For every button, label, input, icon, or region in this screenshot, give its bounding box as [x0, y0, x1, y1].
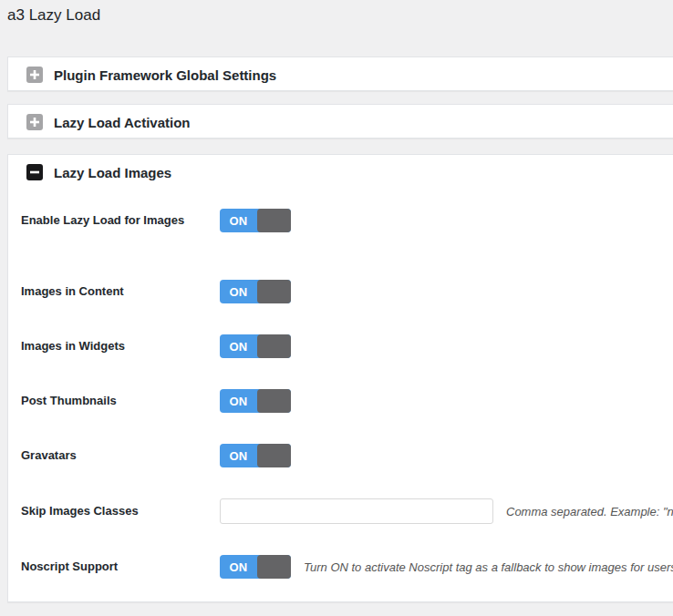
gravatars-toggle[interactable]: ON [220, 444, 291, 467]
panel-title: Plugin Framework Global Settings [54, 68, 276, 82]
skip-images-classes-input[interactable] [220, 498, 493, 524]
toggle-on-label: ON [220, 560, 257, 574]
images-in-content-toggle[interactable]: ON [220, 280, 291, 303]
panel-header-plugin-framework[interactable]: Plugin Framework Global Settings [8, 57, 673, 92]
panel-plugin-framework-global-settings: Plugin Framework Global Settings [7, 56, 673, 91]
lazy-load-images-settings: Enable Lazy Load for Images ON Images in… [8, 190, 673, 601]
setting-row-post-thumbnails: Post Thumbnails ON [21, 389, 673, 413]
images-in-widgets-toggle[interactable]: ON [220, 334, 291, 358]
setting-label: Noscript Support [21, 560, 220, 575]
toggle-knob[interactable] [257, 389, 291, 413]
panel-header-lazy-load-images[interactable]: Lazy Load Images [8, 155, 673, 190]
toggle-knob[interactable] [257, 444, 291, 467]
setting-label: Skip Images Classes [21, 504, 220, 519]
toggle-on-label: ON [220, 285, 257, 299]
toggle-knob[interactable] [257, 209, 291, 232]
settings-page: a3 Lazy Load Plugin Framework Global Set… [0, 0, 673, 602]
expand-plus-icon[interactable] [26, 114, 43, 130]
toggle-knob[interactable] [257, 334, 291, 358]
collapse-minus-icon[interactable] [26, 164, 43, 180]
setting-label: Gravatars [21, 448, 220, 464]
panel-title: Lazy Load Images [54, 166, 171, 180]
setting-label: Enable Lazy Load for Images [21, 213, 220, 229]
setting-label: Images in Widgets [21, 339, 220, 354]
toggle-on-label: ON [220, 449, 257, 463]
panel-lazy-load-images: Lazy Load Images Enable Lazy Load for Im… [7, 154, 673, 602]
setting-label: Post Thumbnails [21, 394, 220, 409]
setting-row-skip-images-classes: Skip Images Classes Comma separated. Exa… [21, 498, 673, 524]
setting-hint: Comma separated. Example: "no- [506, 505, 673, 518]
setting-row-images-in-widgets: Images in Widgets ON [21, 334, 673, 358]
expand-plus-icon[interactable] [26, 67, 43, 83]
toggle-on-label: ON [220, 395, 257, 408]
noscript-support-toggle[interactable]: ON [220, 555, 291, 579]
panel-title: Lazy Load Activation [54, 116, 190, 129]
setting-row-images-in-content: Images in Content ON [21, 280, 673, 303]
panel-lazy-load-activation: Lazy Load Activation [7, 104, 673, 139]
setting-row-enable-lazy-load: Enable Lazy Load for Images ON [21, 209, 673, 232]
toggle-on-label: ON [220, 214, 257, 228]
panel-header-lazy-load-activation[interactable]: Lazy Load Activation [8, 105, 673, 139]
post-thumbnails-toggle[interactable]: ON [220, 389, 291, 413]
setting-row-gravatars: Gravatars ON [21, 444, 673, 467]
page-title: a3 Lazy Load [7, 7, 673, 24]
enable-lazy-load-toggle[interactable]: ON [220, 209, 291, 232]
toggle-knob[interactable] [257, 555, 291, 579]
toggle-knob[interactable] [257, 280, 291, 303]
setting-label: Images in Content [21, 284, 220, 300]
setting-hint: Turn ON to activate Noscript tag as a fa… [304, 560, 673, 574]
toggle-on-label: ON [220, 340, 257, 354]
setting-row-noscript-support: Noscript Support ON Turn ON to activate … [21, 555, 673, 579]
